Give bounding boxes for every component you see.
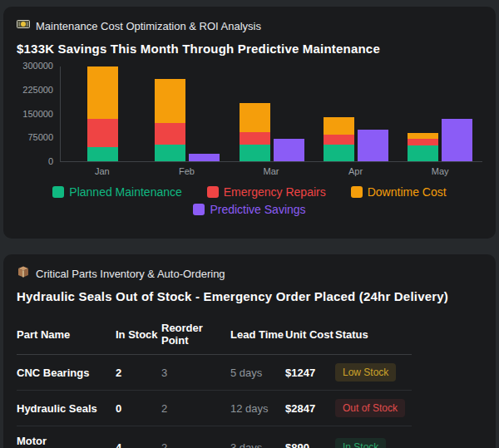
cell-lead-time: 12 days — [230, 391, 285, 426]
stacked-bar-apr — [324, 66, 354, 161]
legend-item-planned-maintenance: Planned Maintenance — [52, 185, 181, 199]
bar-segment-planned-maintenance-jan — [87, 147, 118, 161]
status-badge-in-stock: In Stock — [335, 438, 386, 448]
legend-swatch-predictive-savings — [193, 204, 205, 215]
cell-status: In Stock — [335, 426, 412, 448]
legend-item-predictive-savings: Predictive Savings — [193, 203, 305, 216]
chart-legend: Planned MaintenanceEmergency RepairsDown… — [17, 185, 482, 216]
inventory-header-row: Part NameIn StockReorder PointLead TimeU… — [17, 316, 412, 355]
bar-segment-planned-maintenance-apr — [324, 145, 354, 161]
roi-panel-header: Maintenance Cost Optimization & ROI Anal… — [17, 17, 482, 34]
bar-segment-emergency-repairs-jan — [87, 119, 118, 147]
y-tick-label-225000: 225000 — [22, 85, 53, 96]
legend-label-emergency-repairs: Emergency Repairs — [224, 185, 326, 199]
bar-segment-planned-maintenance-may — [408, 145, 438, 161]
legend-label-predictive-savings: Predictive Savings — [210, 203, 305, 216]
cell-part-name: CNC Bearings — [17, 355, 116, 391]
column-header-lead-time: Lead Time — [230, 316, 285, 355]
x-tick-label-jan: Jan — [60, 166, 145, 176]
stacked-bar-feb — [155, 66, 185, 161]
inventory-panel-header: Critical Parts Inventory & Auto-Ordering — [17, 265, 482, 282]
cell-reorder-point: 2 — [161, 391, 230, 426]
stacked-bar-may — [408, 66, 438, 161]
bar-segment-downtime-cost-feb — [155, 79, 185, 122]
legend-label-planned-maintenance: Planned Maintenance — [69, 185, 181, 199]
inventory-headline: Hydraulic Seals Out of Stock - Emergency… — [17, 289, 482, 303]
cell-unit-cost: $890 — [285, 426, 335, 448]
legend-swatch-emergency-repairs — [207, 186, 219, 198]
cell-lead-time: 3 days — [230, 426, 285, 448]
legend-item-emergency-repairs: Emergency Repairs — [207, 185, 326, 199]
bar-group-jan — [61, 66, 145, 161]
y-tick-label-75000: 75000 — [27, 132, 53, 143]
y-tick-label-0: 0 — [48, 156, 53, 167]
cell-lead-time: 5 days — [230, 355, 285, 391]
table-row-hydraulic-seals: Hydraulic Seals0212 days$2847Out of Stoc… — [17, 391, 412, 426]
bar-group-may — [398, 66, 482, 161]
x-tick-label-feb: Feb — [145, 166, 230, 176]
bar-group-apr — [314, 66, 398, 161]
column-header-reorder-point: Reorder Point — [161, 316, 230, 355]
inventory-table-body: CNC Bearings235 days$1247Low StockHydrau… — [17, 355, 412, 448]
bar-segment-downtime-cost-jan — [87, 66, 118, 119]
legend-swatch-planned-maintenance — [52, 186, 64, 198]
legend-item-downtime-cost: Downtime Cost — [351, 185, 447, 199]
column-header-part-name: Part Name — [17, 316, 116, 355]
status-badge-low-stock: Low Stock — [335, 363, 396, 382]
bar-segment-downtime-cost-apr — [324, 117, 354, 135]
cell-in-stock: 4 — [116, 426, 161, 448]
maintenance-cost-chart: 075000150000225000300000 JanFebMarAprMay… — [17, 66, 482, 216]
bar-segment-planned-maintenance-feb — [155, 145, 185, 161]
table-row-motor-components: Motor Components423 days$890In Stock — [17, 426, 412, 448]
roi-panel-title: Maintenance Cost Optimization & ROI Anal… — [36, 20, 261, 32]
bar-segment-emergency-repairs-mar — [240, 132, 270, 145]
status-badge-out-of-stock: Out of Stock — [335, 399, 405, 417]
bar-segment-downtime-cost-may — [408, 133, 438, 139]
bar-predictive-savings-may — [442, 119, 472, 161]
bar-segment-planned-maintenance-mar — [240, 145, 270, 161]
y-tick-label-300000: 300000 — [22, 61, 53, 71]
cell-in-stock: 2 — [116, 355, 161, 391]
cell-unit-cost: $2847 — [285, 391, 335, 426]
bar-predictive-savings-mar — [274, 139, 304, 161]
x-tick-label-apr: Apr — [314, 166, 398, 176]
roi-panel: Maintenance Cost Optimization & ROI Anal… — [3, 7, 496, 239]
cell-status: Low Stock — [335, 355, 412, 391]
package-icon — [17, 265, 30, 282]
cell-in-stock: 0 — [116, 391, 161, 426]
inventory-panel-title: Critical Parts Inventory & Auto-Ordering — [36, 268, 225, 280]
bar-predictive-savings-apr — [358, 130, 388, 161]
column-header-status: Status — [335, 316, 412, 355]
column-header-in-stock: In Stock — [116, 316, 161, 355]
money-banknote-icon — [17, 17, 30, 34]
bar-group-feb — [145, 66, 229, 161]
bar-segment-emergency-repairs-may — [408, 139, 438, 145]
x-tick-label-mar: Mar — [229, 166, 314, 176]
roi-headline: $133K Savings This Month Through Predict… — [17, 42, 482, 56]
bar-segment-downtime-cost-mar — [240, 103, 270, 132]
cell-unit-cost: $1247 — [285, 355, 335, 391]
column-header-unit-cost: Unit Cost — [285, 316, 335, 355]
chart-y-axis: 075000150000225000300000 — [17, 66, 60, 162]
bar-predictive-savings-feb — [189, 154, 220, 161]
inventory-table-header: Part NameIn StockReorder PointLead TimeU… — [17, 316, 412, 355]
bar-segment-emergency-repairs-feb — [155, 123, 185, 145]
inventory-table: Part NameIn StockReorder PointLead TimeU… — [17, 316, 412, 448]
inventory-panel: Critical Parts Inventory & Auto-Ordering… — [3, 254, 496, 448]
legend-label-downtime-cost: Downtime Cost — [368, 185, 447, 199]
stacked-bar-mar — [240, 66, 270, 161]
cell-reorder-point: 2 — [161, 426, 230, 448]
bar-segment-emergency-repairs-apr — [324, 135, 354, 145]
legend-swatch-downtime-cost — [351, 186, 363, 198]
maintenance-dashboard: Maintenance Cost Optimization & ROI Anal… — [3, 7, 496, 448]
stacked-bar-jan — [87, 66, 118, 161]
cell-part-name: Motor Components — [17, 426, 116, 448]
chart-x-axis: JanFebMarAprMay — [60, 166, 482, 176]
table-row-cnc-bearings: CNC Bearings235 days$1247Low Stock — [17, 355, 412, 391]
cell-part-name: Hydraulic Seals — [17, 391, 116, 426]
cell-status: Out of Stock — [335, 391, 412, 426]
y-tick-label-150000: 150000 — [22, 109, 53, 120]
x-tick-label-may: May — [398, 166, 482, 176]
bar-group-mar — [230, 66, 314, 161]
chart-plot — [60, 66, 482, 162]
